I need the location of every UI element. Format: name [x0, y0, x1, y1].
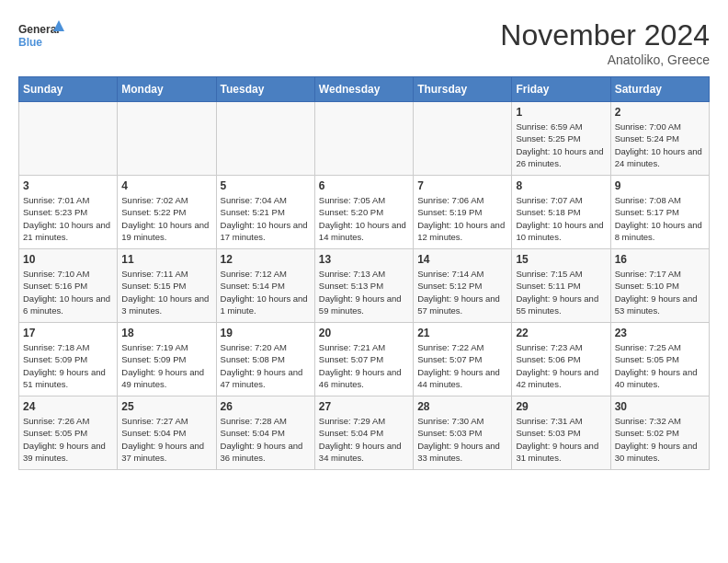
day-info: Sunrise: 7:30 AM Sunset: 5:03 PM Dayligh…: [417, 415, 507, 464]
day-number: 6: [319, 179, 409, 192]
day-cell: 21Sunrise: 7:22 AM Sunset: 5:07 PM Dayli…: [414, 323, 512, 396]
day-info: Sunrise: 7:00 AM Sunset: 5:24 PM Dayligh…: [615, 121, 705, 169]
month-title: November 2024: [500, 18, 710, 52]
day-number: 22: [516, 327, 606, 339]
day-info: Sunrise: 7:12 AM Sunset: 5:14 PM Dayligh…: [221, 268, 311, 316]
day-number: 26: [221, 400, 311, 413]
day-cell: 9Sunrise: 7:08 AM Sunset: 5:17 PM Daylig…: [610, 176, 709, 249]
day-number: 9: [615, 179, 705, 192]
day-number: 10: [23, 253, 113, 266]
day-number: 5: [221, 179, 311, 192]
header-cell-wednesday: Wednesday: [314, 77, 413, 102]
day-number: 29: [516, 400, 606, 413]
day-number: 16: [615, 253, 705, 266]
day-number: 25: [121, 400, 211, 413]
day-info: Sunrise: 7:06 AM Sunset: 5:19 PM Dayligh…: [417, 194, 507, 243]
subtitle: Anatoliko, Greece: [500, 52, 710, 67]
day-cell: [314, 102, 413, 176]
day-info: Sunrise: 6:59 AM Sunset: 5:25 PM Dayligh…: [516, 121, 606, 169]
header-cell-sunday: Sunday: [19, 77, 118, 102]
day-number: 11: [121, 253, 211, 266]
header-cell-thursday: Thursday: [414, 77, 512, 102]
day-cell: 27Sunrise: 7:29 AM Sunset: 5:04 PM Dayli…: [314, 396, 413, 470]
day-info: Sunrise: 7:32 AM Sunset: 5:02 PM Dayligh…: [615, 415, 705, 464]
header-cell-friday: Friday: [512, 77, 610, 102]
day-cell: 16Sunrise: 7:17 AM Sunset: 5:10 PM Dayli…: [610, 249, 709, 323]
svg-text:Blue: Blue: [18, 36, 42, 49]
day-info: Sunrise: 7:25 AM Sunset: 5:05 PM Dayligh…: [615, 341, 705, 390]
day-cell: 20Sunrise: 7:21 AM Sunset: 5:07 PM Dayli…: [314, 323, 413, 396]
day-cell: 18Sunrise: 7:19 AM Sunset: 5:09 PM Dayli…: [118, 323, 216, 396]
day-info: Sunrise: 7:02 AM Sunset: 5:22 PM Dayligh…: [121, 194, 211, 243]
day-cell: 8Sunrise: 7:07 AM Sunset: 5:18 PM Daylig…: [512, 176, 610, 249]
day-info: Sunrise: 7:27 AM Sunset: 5:04 PM Dayligh…: [121, 415, 211, 464]
day-number: 17: [23, 327, 113, 339]
week-row-4: 17Sunrise: 7:18 AM Sunset: 5:09 PM Dayli…: [19, 323, 710, 396]
logo-svg: General Blue: [18, 18, 64, 55]
week-row-5: 24Sunrise: 7:26 AM Sunset: 5:05 PM Dayli…: [19, 396, 710, 470]
day-cell: [216, 102, 314, 176]
day-number: 18: [121, 327, 211, 339]
day-cell: 10Sunrise: 7:10 AM Sunset: 5:16 PM Dayli…: [19, 249, 118, 323]
day-info: Sunrise: 7:05 AM Sunset: 5:20 PM Dayligh…: [319, 194, 409, 243]
day-info: Sunrise: 7:26 AM Sunset: 5:05 PM Dayligh…: [23, 415, 113, 464]
day-number: 8: [516, 179, 606, 192]
header-cell-monday: Monday: [118, 77, 216, 102]
day-cell: [118, 102, 216, 176]
day-info: Sunrise: 7:08 AM Sunset: 5:17 PM Dayligh…: [615, 194, 705, 243]
day-cell: 1Sunrise: 6:59 AM Sunset: 5:25 PM Daylig…: [512, 102, 610, 176]
svg-text:General: General: [18, 23, 60, 36]
day-number: 19: [221, 327, 311, 339]
day-info: Sunrise: 7:21 AM Sunset: 5:07 PM Dayligh…: [319, 341, 409, 390]
week-row-1: 1Sunrise: 6:59 AM Sunset: 5:25 PM Daylig…: [19, 102, 710, 176]
day-number: 30: [615, 400, 705, 413]
day-info: Sunrise: 7:04 AM Sunset: 5:21 PM Dayligh…: [221, 194, 311, 243]
day-cell: 29Sunrise: 7:31 AM Sunset: 5:03 PM Dayli…: [512, 396, 610, 470]
day-number: 28: [417, 400, 507, 413]
week-row-2: 3Sunrise: 7:01 AM Sunset: 5:23 PM Daylig…: [19, 176, 710, 249]
day-number: 7: [417, 179, 507, 192]
header-row: SundayMondayTuesdayWednesdayThursdayFrid…: [19, 77, 710, 102]
day-number: 15: [516, 253, 606, 266]
day-number: 2: [615, 106, 705, 119]
title-area: November 2024 Anatoliko, Greece: [500, 18, 710, 67]
day-number: 21: [417, 327, 507, 339]
day-cell: 19Sunrise: 7:20 AM Sunset: 5:08 PM Dayli…: [216, 323, 314, 396]
day-number: 1: [516, 106, 606, 119]
day-info: Sunrise: 7:11 AM Sunset: 5:15 PM Dayligh…: [121, 268, 211, 316]
day-cell: 22Sunrise: 7:23 AM Sunset: 5:06 PM Dayli…: [512, 323, 610, 396]
day-cell: 5Sunrise: 7:04 AM Sunset: 5:21 PM Daylig…: [216, 176, 314, 249]
day-cell: 14Sunrise: 7:14 AM Sunset: 5:12 PM Dayli…: [414, 249, 512, 323]
day-cell: 25Sunrise: 7:27 AM Sunset: 5:04 PM Dayli…: [118, 396, 216, 470]
day-number: 14: [417, 253, 507, 266]
day-cell: 28Sunrise: 7:30 AM Sunset: 5:03 PM Dayli…: [414, 396, 512, 470]
header: General Blue November 2024 Anatoliko, Gr…: [18, 18, 710, 67]
day-cell: 12Sunrise: 7:12 AM Sunset: 5:14 PM Dayli…: [216, 249, 314, 323]
day-info: Sunrise: 7:22 AM Sunset: 5:07 PM Dayligh…: [417, 341, 507, 390]
day-cell: 11Sunrise: 7:11 AM Sunset: 5:15 PM Dayli…: [118, 249, 216, 323]
day-number: 13: [319, 253, 409, 266]
day-info: Sunrise: 7:17 AM Sunset: 5:10 PM Dayligh…: [615, 268, 705, 316]
logo: General Blue: [18, 18, 64, 55]
day-number: 20: [319, 327, 409, 339]
day-cell: 2Sunrise: 7:00 AM Sunset: 5:24 PM Daylig…: [610, 102, 709, 176]
day-cell: 7Sunrise: 7:06 AM Sunset: 5:19 PM Daylig…: [414, 176, 512, 249]
day-info: Sunrise: 7:18 AM Sunset: 5:09 PM Dayligh…: [23, 341, 113, 390]
day-number: 3: [23, 179, 113, 192]
day-cell: 17Sunrise: 7:18 AM Sunset: 5:09 PM Dayli…: [19, 323, 118, 396]
calendar-table: SundayMondayTuesdayWednesdayThursdayFrid…: [18, 76, 710, 470]
day-cell: 13Sunrise: 7:13 AM Sunset: 5:13 PM Dayli…: [314, 249, 413, 323]
day-number: 27: [319, 400, 409, 413]
day-cell: 15Sunrise: 7:15 AM Sunset: 5:11 PM Dayli…: [512, 249, 610, 323]
day-number: 4: [121, 179, 211, 192]
header-cell-saturday: Saturday: [610, 77, 709, 102]
day-number: 23: [615, 327, 705, 339]
day-cell: 30Sunrise: 7:32 AM Sunset: 5:02 PM Dayli…: [610, 396, 709, 470]
day-cell: 6Sunrise: 7:05 AM Sunset: 5:20 PM Daylig…: [314, 176, 413, 249]
week-row-3: 10Sunrise: 7:10 AM Sunset: 5:16 PM Dayli…: [19, 249, 710, 323]
day-info: Sunrise: 7:13 AM Sunset: 5:13 PM Dayligh…: [319, 268, 409, 316]
day-number: 12: [221, 253, 311, 266]
day-cell: [19, 102, 118, 176]
day-info: Sunrise: 7:07 AM Sunset: 5:18 PM Dayligh…: [516, 194, 606, 243]
day-info: Sunrise: 7:20 AM Sunset: 5:08 PM Dayligh…: [221, 341, 311, 390]
